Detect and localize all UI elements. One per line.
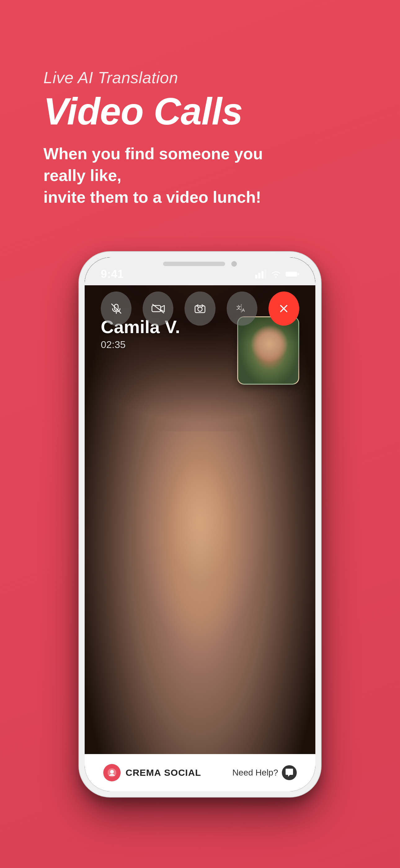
svg-rect-5 xyxy=(286,272,297,276)
live-ai-label: Live AI Translation xyxy=(43,68,363,87)
signal-icon xyxy=(255,270,266,278)
status-icons xyxy=(255,270,299,278)
bottom-bar: CREMA SOCIAL Need Help? xyxy=(85,754,315,791)
page-wrapper: Live AI Translation Video Calls When you… xyxy=(0,0,400,868)
translate-button[interactable]: 文 A xyxy=(227,291,257,326)
mic-off-icon xyxy=(110,302,123,315)
mute-button[interactable] xyxy=(101,291,131,326)
video-overlay: Camila V. 02:35 Jon: I like hiking and t… xyxy=(85,285,315,350)
self-view-face xyxy=(238,317,298,384)
svg-point-18 xyxy=(198,307,202,311)
svg-text:文: 文 xyxy=(236,305,241,310)
svg-rect-0 xyxy=(255,275,257,278)
wifi-icon xyxy=(271,270,281,278)
brand-name: CREMA SOCIAL xyxy=(126,767,201,778)
need-help[interactable]: Need Help? xyxy=(232,765,297,780)
svg-rect-15 xyxy=(152,306,161,312)
flip-camera-icon xyxy=(194,303,206,314)
svg-rect-6 xyxy=(297,273,299,275)
status-bar: 9:41 xyxy=(85,263,315,285)
battery-icon xyxy=(286,270,299,278)
status-time: 9:41 xyxy=(101,268,124,281)
self-view-thumbnail xyxy=(237,316,299,385)
logo-icon xyxy=(103,764,121,781)
camera-off-icon xyxy=(151,303,165,314)
logo-svg xyxy=(107,768,117,778)
phone-outer: 9:41 xyxy=(79,252,321,797)
svg-rect-3 xyxy=(265,270,266,278)
phone-inner: 9:41 xyxy=(85,257,315,791)
svg-rect-1 xyxy=(258,273,261,278)
end-call-icon xyxy=(278,303,289,314)
video-off-button[interactable] xyxy=(143,291,173,326)
phone-mockup: 9:41 xyxy=(79,252,321,797)
hero-subtitle: When you find someone you really like, i… xyxy=(43,143,285,208)
chat-bubble-icon xyxy=(282,765,297,780)
flip-camera-button[interactable] xyxy=(185,291,215,326)
translate-icon: 文 A xyxy=(236,303,248,314)
svg-text:A: A xyxy=(242,308,245,313)
video-call-area: Camila V. 02:35 Jon: I like hiking and t… xyxy=(85,257,315,754)
chat-icon-svg xyxy=(285,769,294,777)
end-call-button[interactable] xyxy=(269,291,299,326)
brand-logo: CREMA SOCIAL xyxy=(103,764,201,781)
hero-section: Live AI Translation Video Calls When you… xyxy=(0,0,400,233)
page-title: Video Calls xyxy=(43,93,363,130)
svg-point-25 xyxy=(110,770,114,774)
svg-rect-2 xyxy=(261,271,264,278)
call-controls: 文 A xyxy=(85,291,315,326)
